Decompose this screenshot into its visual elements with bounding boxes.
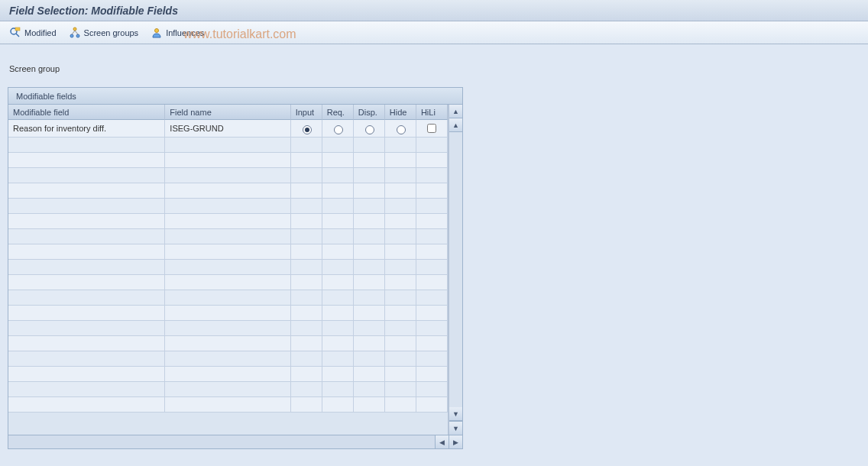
- cell-empty: [354, 367, 385, 382]
- table-row[interactable]: [8, 367, 448, 382]
- table-row[interactable]: [8, 138, 448, 153]
- cell-empty: [291, 382, 322, 397]
- cell-empty: [165, 351, 290, 367]
- col-disp[interactable]: Disp.: [354, 105, 385, 120]
- cell-empty: [322, 321, 354, 336]
- cell-empty: [416, 153, 448, 168]
- svg-line-7: [75, 31, 78, 34]
- cell-empty: [416, 306, 448, 321]
- cell-empty: [354, 168, 385, 183]
- cell-empty: [8, 290, 165, 306]
- scroll-track[interactable]: [449, 132, 462, 407]
- cell-empty: [322, 168, 354, 183]
- cell-empty: [8, 382, 165, 397]
- cell-empty: [385, 168, 416, 183]
- table-row[interactable]: [8, 199, 448, 214]
- influences-button[interactable]: Influences: [147, 25, 210, 40]
- cell-empty: [322, 351, 354, 367]
- col-hide[interactable]: Hide: [385, 105, 416, 120]
- table-row[interactable]: [8, 244, 448, 260]
- cell-empty: [8, 306, 165, 321]
- table-row[interactable]: [8, 275, 448, 290]
- cell-empty: [385, 183, 416, 199]
- cell-empty: [291, 351, 322, 367]
- table-row[interactable]: [8, 290, 448, 306]
- table-row[interactable]: [8, 260, 448, 275]
- cell-empty: [416, 382, 448, 397]
- screen-group-label: Screen group: [9, 64, 860, 73]
- scroll-up-button[interactable]: ▲: [449, 105, 462, 118]
- cell-empty: [8, 214, 165, 229]
- person-icon: [151, 27, 163, 39]
- col-req[interactable]: Req.: [322, 105, 354, 120]
- table-row[interactable]: [8, 183, 448, 199]
- modifiable-fields-table: Modifiable field Field name Input Req. D…: [8, 105, 448, 413]
- modified-button[interactable]: Modified: [6, 25, 63, 40]
- radio-hide[interactable]: [397, 125, 406, 134]
- cell-empty: [8, 153, 165, 168]
- cell-empty: [8, 183, 165, 199]
- table-row[interactable]: [8, 382, 448, 397]
- table-row[interactable]: [8, 229, 448, 244]
- table-row[interactable]: [8, 321, 448, 336]
- cell-empty: [291, 367, 322, 382]
- cell-empty: [291, 138, 322, 153]
- cell-empty: [354, 397, 385, 413]
- cell-empty: [354, 153, 385, 168]
- radio-disp[interactable]: [365, 125, 374, 134]
- vertical-scrollbar[interactable]: ▲ ▲ ▼ ▼: [449, 105, 462, 435]
- cell-empty: [291, 229, 322, 244]
- cell-empty: [165, 321, 290, 336]
- table-row[interactable]: [8, 168, 448, 183]
- cell-empty: [8, 199, 165, 214]
- col-modifiable-field[interactable]: Modifiable field: [8, 105, 165, 120]
- table-scroll-area: Modifiable field Field name Input Req. D…: [8, 105, 449, 435]
- cell-empty: [354, 351, 385, 367]
- svg-point-5: [76, 34, 79, 37]
- cell-empty: [8, 367, 165, 382]
- cell-empty: [322, 183, 354, 199]
- radio-input[interactable]: [303, 125, 312, 134]
- cell-empty: [291, 244, 322, 260]
- scroll-down-button[interactable]: ▼: [449, 421, 462, 435]
- cell-empty: [385, 275, 416, 290]
- table-row[interactable]: [8, 214, 448, 229]
- cell-empty: [322, 229, 354, 244]
- table-row[interactable]: [8, 397, 448, 413]
- col-hili[interactable]: HiLi: [416, 105, 448, 120]
- cell-empty: [291, 290, 322, 306]
- col-input[interactable]: Input: [291, 105, 322, 120]
- horizontal-scrollbar[interactable]: ◀ ▶: [8, 435, 462, 448]
- cell-empty: [322, 214, 354, 229]
- cell-empty: [291, 275, 322, 290]
- checkbox-hili[interactable]: [427, 124, 436, 133]
- radio-req[interactable]: [334, 125, 343, 134]
- cell-empty: [416, 183, 448, 199]
- cell-empty: [8, 351, 165, 367]
- scroll-right-button[interactable]: ▶: [449, 435, 462, 448]
- scroll-down-button-2[interactable]: ▼: [449, 407, 462, 421]
- cell-empty: [165, 244, 290, 260]
- cell-empty: [165, 336, 290, 351]
- table-row[interactable]: [8, 153, 448, 168]
- cell-empty: [8, 168, 165, 183]
- table-row[interactable]: [8, 306, 448, 321]
- panel-title: Modifiable fields: [8, 88, 462, 105]
- table-row[interactable]: Reason for inventory diff.ISEG-GRUND: [8, 120, 448, 138]
- table-row[interactable]: [8, 351, 448, 367]
- cell-empty: [354, 244, 385, 260]
- cell-empty: [165, 199, 290, 214]
- scroll-up-button-2[interactable]: ▲: [449, 118, 462, 132]
- modifiable-fields-panel: Modifiable fields Modifiable field Field…: [8, 87, 463, 449]
- screen-groups-button[interactable]: Screen groups: [66, 25, 145, 40]
- cell-empty: [385, 306, 416, 321]
- col-field-name[interactable]: Field name: [165, 105, 290, 120]
- table-row[interactable]: [8, 336, 448, 351]
- cell-empty: [354, 321, 385, 336]
- cell-empty: [416, 336, 448, 351]
- svg-rect-2: [15, 28, 20, 31]
- cell-empty: [416, 260, 448, 275]
- cell-empty: [385, 199, 416, 214]
- cell-empty: [416, 229, 448, 244]
- scroll-left-button[interactable]: ◀: [435, 435, 449, 448]
